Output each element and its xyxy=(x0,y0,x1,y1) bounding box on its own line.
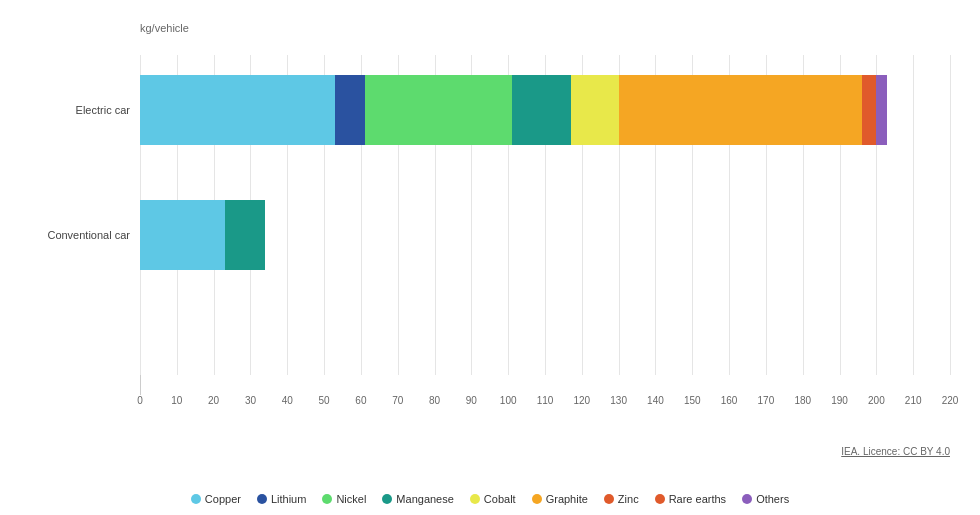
bar-segment-graphite xyxy=(619,75,862,145)
bar-segment-others xyxy=(876,75,887,145)
legend-dot xyxy=(382,494,392,504)
x-tick-label: 130 xyxy=(610,395,627,406)
bar-segment-manganese xyxy=(225,200,266,270)
x-tick-label: 170 xyxy=(758,395,775,406)
legend-dot xyxy=(655,494,665,504)
bars-area: Electric carConventional car xyxy=(140,55,950,395)
bar-label: Conventional car xyxy=(10,229,140,241)
x-tick-label: 70 xyxy=(392,395,403,406)
x-tick-label: 80 xyxy=(429,395,440,406)
x-tick-label: 150 xyxy=(684,395,701,406)
x-tick-label: 110 xyxy=(537,395,554,406)
legend-dot xyxy=(470,494,480,504)
bar-segment-cobalt xyxy=(571,75,619,145)
legend-label: Copper xyxy=(205,493,241,505)
legend-item-copper: Copper xyxy=(191,493,241,505)
bar-segment-rare-earths xyxy=(869,75,876,145)
legend-item-cobalt: Cobalt xyxy=(470,493,516,505)
legend-label: Nickel xyxy=(336,493,366,505)
legend-label: Others xyxy=(756,493,789,505)
bar-segment-zinc xyxy=(862,75,869,145)
x-tick-label: 100 xyxy=(500,395,517,406)
bar-group: Electric car xyxy=(140,75,950,145)
legend-item-others: Others xyxy=(742,493,789,505)
legend-label: Zinc xyxy=(618,493,639,505)
x-tick-label: 200 xyxy=(868,395,885,406)
legend-item-rare-earths: Rare earths xyxy=(655,493,726,505)
x-axis: 0102030405060708090100110120130140150160… xyxy=(140,395,950,415)
legend: CopperLithiumNickelManganeseCobaltGraphi… xyxy=(0,493,980,505)
attribution: IEA. Licence: CC BY 4.0 xyxy=(841,446,950,457)
x-tick-label: 190 xyxy=(831,395,848,406)
legend-dot xyxy=(742,494,752,504)
legend-item-graphite: Graphite xyxy=(532,493,588,505)
x-tick-label: 50 xyxy=(319,395,330,406)
x-tick-label: 60 xyxy=(355,395,366,406)
legend-dot xyxy=(257,494,267,504)
x-tick-label: 90 xyxy=(466,395,477,406)
x-tick-label: 20 xyxy=(208,395,219,406)
bar-segment-copper xyxy=(140,200,225,270)
legend-item-lithium: Lithium xyxy=(257,493,306,505)
x-tick-label: 40 xyxy=(282,395,293,406)
y-axis-label: kg/vehicle xyxy=(140,22,189,34)
legend-item-nickel: Nickel xyxy=(322,493,366,505)
bar-label: Electric car xyxy=(10,104,140,116)
legend-dot xyxy=(604,494,614,504)
x-tick-label: 180 xyxy=(794,395,811,406)
bar-segment-copper xyxy=(140,75,335,145)
legend-label: Lithium xyxy=(271,493,306,505)
bar-segment-lithium xyxy=(335,75,364,145)
grid-line xyxy=(950,55,951,375)
legend-label: Manganese xyxy=(396,493,454,505)
bar-segment-manganese xyxy=(512,75,571,145)
x-tick-label: 160 xyxy=(721,395,738,406)
legend-dot xyxy=(191,494,201,504)
x-tick-label: 140 xyxy=(647,395,664,406)
legend-label: Rare earths xyxy=(669,493,726,505)
legend-dot xyxy=(322,494,332,504)
bar-group: Conventional car xyxy=(140,200,950,270)
x-tick-label: 10 xyxy=(171,395,182,406)
chart-area: Electric carConventional car 01020304050… xyxy=(140,55,950,415)
legend-label: Graphite xyxy=(546,493,588,505)
legend-dot xyxy=(532,494,542,504)
x-tick-label: 220 xyxy=(942,395,959,406)
legend-item-zinc: Zinc xyxy=(604,493,639,505)
bar-segment-nickel xyxy=(365,75,512,145)
chart-container: kg/vehicle Electric carConventional car … xyxy=(0,0,980,515)
x-tick-label: 120 xyxy=(573,395,590,406)
x-tick-label: 210 xyxy=(905,395,922,406)
x-tick-label: 30 xyxy=(245,395,256,406)
legend-item-manganese: Manganese xyxy=(382,493,454,505)
x-tick-label: 0 xyxy=(137,395,143,406)
legend-label: Cobalt xyxy=(484,493,516,505)
